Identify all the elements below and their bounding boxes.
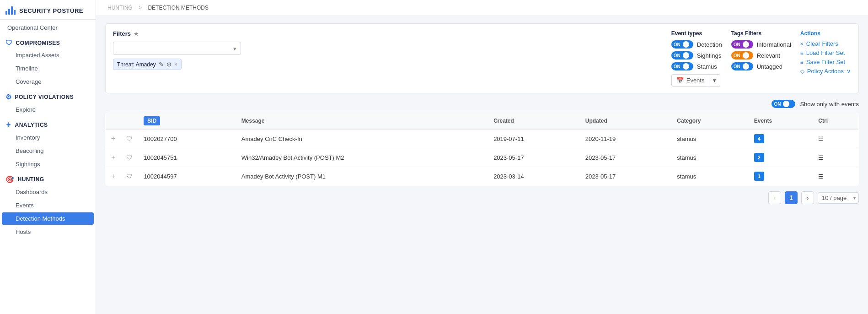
sidebar-item-impacted-assets[interactable]: Impacted Assets	[2, 49, 94, 61]
filters-title: Filters ★	[113, 30, 662, 37]
sidebar-item-dashboards[interactable]: Dashboards	[2, 186, 94, 198]
col-message[interactable]: Message	[236, 113, 488, 130]
sidebar: SECURITY POSTURE Operational Center 🛡 CO…	[0, 0, 96, 314]
filter-select[interactable]	[113, 42, 241, 55]
sidebar-item-label: Dashboards	[16, 189, 48, 195]
col-shield	[121, 113, 138, 130]
sidebar-item-events[interactable]: Events	[2, 199, 94, 211]
sidebar-item-label: Events	[16, 202, 34, 209]
sidebar-item-hosts[interactable]: Hosts	[2, 226, 94, 238]
clear-filters-button[interactable]: × Clear Filters	[800, 40, 851, 47]
row-expand-2[interactable]: +	[106, 167, 121, 186]
row-category-0: stamus	[671, 129, 749, 148]
event-types-group: Event types ON Detection ON Sight	[671, 30, 722, 87]
sidebar-item-explore[interactable]: Explore	[2, 103, 94, 116]
row-sid-2[interactable]: 1002044597	[138, 167, 236, 186]
breadcrumb: HUNTING > DETECTION METHODS	[96, 0, 868, 16]
policy-actions-arrow: ∨	[847, 68, 851, 75]
sidebar-item-inventory[interactable]: Inventory	[2, 131, 94, 144]
sidebar-header-label: COMPROMISES	[16, 40, 60, 46]
toggle-row-informational: ON Informational	[731, 40, 791, 49]
breadcrumb-separator: >	[139, 5, 142, 11]
row-ctrl-2[interactable]: ☰	[813, 167, 858, 186]
row-sid-0[interactable]: 1002027700	[138, 129, 236, 148]
sidebar-item-beaconing[interactable]: Beaconing	[2, 145, 94, 157]
toggle-stamus[interactable]: ON	[671, 62, 693, 70]
filter-pin-icon: ★	[134, 31, 139, 37]
shield-icon: 🛡	[5, 39, 13, 47]
toggle-label-relevant: Relevant	[757, 52, 780, 59]
filter-tag-edit-icon[interactable]: ✎	[159, 61, 164, 68]
sidebar-item-detection-methods[interactable]: Detection Methods	[2, 212, 94, 225]
toggle-label-informational: Informational	[757, 41, 791, 48]
sidebar-item-label: Detection Methods	[16, 215, 65, 222]
col-sid[interactable]: SID	[138, 113, 236, 130]
analytics-icon: ✦	[5, 121, 12, 129]
filter-tag-amadey: Threat: Amadey ✎ ⊘ ×	[113, 59, 182, 70]
row-ctrl-0[interactable]: ☰	[813, 129, 858, 148]
row-ctrl-1[interactable]: ☰	[813, 148, 858, 167]
sidebar-header-label: HUNTING	[18, 176, 44, 183]
show-only-label: Show only with events	[800, 101, 859, 108]
pagination-next[interactable]: ›	[801, 191, 814, 204]
sidebar-item-label: Operational Center	[7, 24, 58, 31]
row-events-0: 4	[749, 129, 813, 148]
col-updated[interactable]: Updated	[580, 113, 672, 130]
sidebar-item-label: Hosts	[16, 228, 31, 235]
toggle-row-untagged: ON Untagged	[731, 62, 791, 70]
filter-tag-label: Threat: Amadey	[117, 61, 156, 68]
sidebar-header-hunting[interactable]: 🎯 HUNTING	[0, 171, 96, 185]
row-message-1[interactable]: Win32/Amadey Bot Activity (POST) M2	[236, 148, 488, 167]
sidebar-item-sightings[interactable]: Sightings	[2, 158, 94, 170]
row-updated-1: 2023-05-17	[580, 148, 672, 167]
sidebar-item-timeline[interactable]: Timeline	[2, 62, 94, 75]
pagination-prev[interactable]: ‹	[768, 191, 781, 204]
events-dropdown: 📅 Events ▾	[671, 74, 722, 87]
toggle-show-only-events[interactable]: ON	[772, 100, 795, 108]
actions-group: Actions × Clear Filters ≡ Load Filter Se…	[800, 30, 851, 77]
toggle-label-sightings: Sightings	[697, 52, 721, 59]
show-only-bar: ON Show only with events	[105, 100, 859, 108]
policy-actions-button[interactable]: ◇ Policy Actions ∨	[800, 68, 851, 75]
sidebar-header-policy-violations[interactable]: ⚙ POLICY VIOLATIONS	[0, 88, 96, 103]
events-dropdown-chevron[interactable]: ▾	[709, 74, 720, 87]
row-expand-1[interactable]: +	[106, 148, 121, 167]
toggle-sightings[interactable]: ON	[671, 51, 693, 60]
events-dropdown-btn[interactable]: 📅 Events	[671, 74, 710, 87]
filter-tag-close-icon[interactable]: ×	[174, 61, 178, 68]
pagination-page-1[interactable]: 1	[785, 191, 798, 204]
col-created[interactable]: Created	[488, 113, 580, 130]
events-dropdown-label: Events	[686, 77, 705, 84]
table-header-row: SID Message Created Updated Category Eve…	[106, 113, 859, 130]
filter-tag-ban-icon[interactable]: ⊘	[166, 61, 171, 68]
sidebar-header-label: ANALYTICS	[15, 122, 48, 128]
save-filter-set-button[interactable]: ≡ Save Filter Set	[800, 59, 851, 65]
toggle-relevant[interactable]: ON	[731, 51, 753, 60]
col-category[interactable]: Category	[671, 113, 749, 130]
row-created-0: 2019-07-11	[488, 129, 580, 148]
toggle-detection[interactable]: ON	[671, 40, 693, 49]
col-ctrl: Ctrl	[813, 113, 858, 130]
per-page-select[interactable]: 10 / page 25 / page 50 / page	[818, 192, 859, 204]
row-sid-1[interactable]: 1002045751	[138, 148, 236, 167]
row-expand-0[interactable]: +	[106, 129, 121, 148]
breadcrumb-current: DETECTION METHODS	[148, 5, 209, 11]
toggle-untagged[interactable]: ON	[731, 62, 753, 70]
main-content: HUNTING > DETECTION METHODS Filters ★ ▾	[96, 0, 868, 314]
sidebar-item-coverage[interactable]: Coverage	[2, 76, 94, 88]
row-updated-0: 2020-11-19	[580, 129, 672, 148]
row-shield-0: 🛡	[121, 129, 138, 148]
sidebar-item-operational-center[interactable]: Operational Center	[2, 22, 94, 34]
row-message-2[interactable]: Amadey Bot Activity (POST) M1	[236, 167, 488, 186]
load-filter-set-button[interactable]: ≡ Load Filter Set	[800, 49, 851, 56]
sidebar-header-compromises[interactable]: 🛡 COMPROMISES	[0, 34, 96, 49]
row-created-2: 2023-03-14	[488, 167, 580, 186]
row-message-0[interactable]: Amadey CnC Check-In	[236, 129, 488, 148]
calendar-icon: 📅	[676, 77, 684, 84]
row-shield-2: 🛡	[121, 167, 138, 186]
col-events[interactable]: Events	[749, 113, 813, 130]
diamond-icon: ◇	[800, 68, 804, 75]
toggle-label-untagged: Untagged	[757, 63, 782, 70]
toggle-informational[interactable]: ON	[731, 40, 753, 49]
sidebar-header-analytics[interactable]: ✦ ANALYTICS	[0, 116, 96, 131]
